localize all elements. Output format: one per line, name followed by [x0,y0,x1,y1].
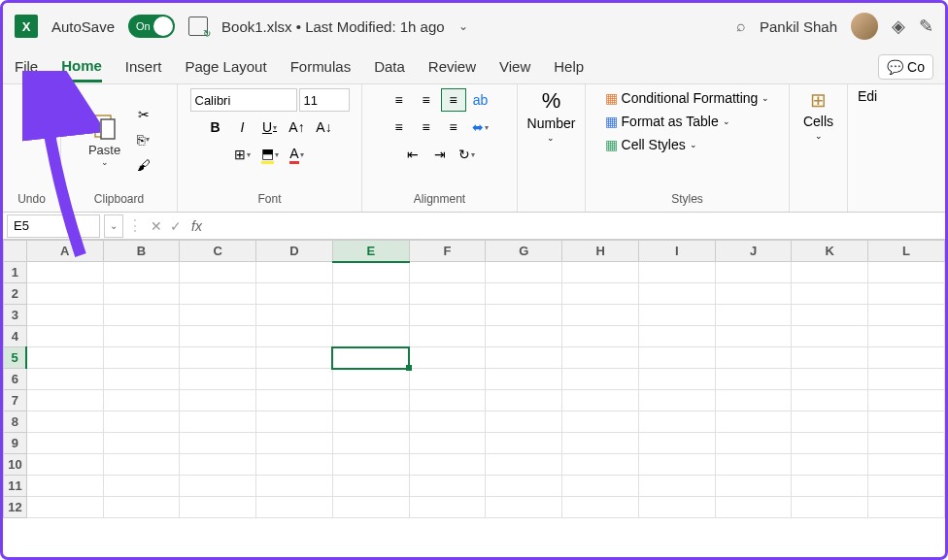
cell[interactable] [868,369,945,390]
cell[interactable] [715,305,792,326]
cell[interactable] [256,262,333,283]
cell[interactable] [562,433,639,454]
cell[interactable] [332,283,409,305]
cell[interactable] [256,369,333,390]
cell[interactable] [562,412,639,433]
document-title[interactable]: Book1.xlsx • Last Modified: 1h ago [221,18,445,35]
format-painter-button[interactable]: 🖌 [131,153,156,177]
cell[interactable] [256,283,333,305]
cell[interactable] [638,305,715,326]
cell[interactable] [486,476,562,497]
wrap-text-button[interactable]: ab [468,88,493,112]
cell[interactable] [256,305,333,326]
align-center-button[interactable]: ≡ [414,115,439,139]
cell[interactable] [486,326,562,347]
column-header[interactable]: C [180,241,256,262]
row-header[interactable]: 10 [4,454,27,476]
cell[interactable] [26,390,103,412]
cell[interactable] [256,412,333,433]
cell[interactable] [180,326,256,347]
cell[interactable] [180,412,256,433]
cell[interactable] [715,433,792,454]
cell[interactable] [868,412,945,433]
cell[interactable] [792,476,868,497]
row-header[interactable]: 4 [4,326,27,347]
cell[interactable] [715,262,792,283]
cell[interactable] [792,390,868,412]
cell[interactable] [409,476,486,497]
enter-formula-button[interactable]: ✓ [166,218,186,234]
cell[interactable] [332,390,409,412]
cell[interactable] [180,497,256,518]
cell[interactable] [715,283,792,305]
chevron-down-icon[interactable]: ⌄ [458,19,468,33]
tab-insert[interactable]: Insert [125,52,162,81]
cell[interactable] [868,305,945,326]
cell[interactable] [256,347,333,369]
decrease-indent-button[interactable]: ⇤ [400,143,425,166]
align-top-button[interactable]: ≡ [387,88,412,112]
copy-button[interactable]: ⎘ [131,128,156,151]
row-header[interactable]: 9 [4,433,27,454]
spreadsheet-grid[interactable]: ABCDEFGHIJKL123456789101112 [3,240,945,557]
cell[interactable] [332,262,409,283]
cell[interactable] [562,497,639,518]
cut-button[interactable]: ✂ [131,103,156,126]
paste-button[interactable]: Paste ⌄ [83,110,127,169]
cell[interactable] [409,433,486,454]
cell[interactable] [409,390,486,412]
cell[interactable] [638,454,715,476]
underline-button[interactable]: U [257,115,283,139]
cell[interactable] [26,262,103,283]
cell[interactable] [792,283,868,305]
select-all-corner[interactable] [4,241,27,262]
cell[interactable] [562,283,639,305]
cell[interactable] [486,412,562,433]
cell[interactable] [638,476,715,497]
cell[interactable] [868,390,945,412]
fill-color-button[interactable]: ⬒ [257,143,283,166]
cell[interactable] [256,476,333,497]
column-header[interactable]: J [715,241,792,262]
undo-button[interactable]: ↶ [19,88,45,112]
cell[interactable] [180,347,256,369]
cell[interactable] [486,347,562,369]
row-header[interactable]: 8 [4,412,27,433]
cell[interactable] [868,283,945,305]
cell[interactable] [868,454,945,476]
autosave-toggle[interactable]: On [128,15,175,38]
cell[interactable] [562,369,639,390]
italic-button[interactable]: I [230,115,255,139]
cell[interactable] [26,305,103,326]
font-color-button[interactable]: A [285,143,310,166]
editing-label[interactable]: Edi [858,88,877,104]
font-name-select[interactable] [190,88,297,112]
cell[interactable] [868,433,945,454]
tab-review[interactable]: Review [428,52,476,81]
cell[interactable] [180,454,256,476]
cell[interactable] [180,262,256,283]
cell[interactable] [180,305,256,326]
cell[interactable] [332,497,409,518]
cells-label[interactable]: Cells [803,114,833,129]
cell[interactable] [103,262,180,283]
align-right-button[interactable]: ≡ [441,115,466,139]
cell[interactable] [103,390,180,412]
cell[interactable] [103,369,180,390]
cell[interactable] [486,305,562,326]
cell[interactable] [26,283,103,305]
cell[interactable] [715,412,792,433]
cell[interactable] [792,326,868,347]
cell[interactable] [103,454,180,476]
column-header[interactable]: B [103,241,180,262]
column-header[interactable]: K [792,241,868,262]
cell[interactable] [562,305,639,326]
cell[interactable] [486,283,562,305]
increase-indent-button[interactable]: ⇥ [427,143,453,166]
pen-icon[interactable]: ✎ [919,16,933,37]
cell[interactable] [103,283,180,305]
cell[interactable] [792,369,868,390]
tab-help[interactable]: Help [554,52,584,81]
merge-center-button[interactable]: ⬌ [468,115,493,139]
cell[interactable] [638,433,715,454]
